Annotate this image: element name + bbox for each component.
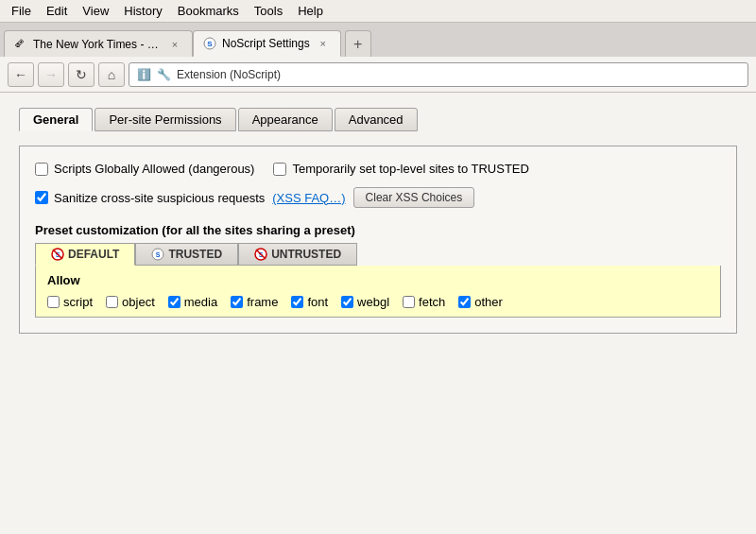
preset-tab-trusted-label: TRUSTED	[168, 248, 222, 261]
default-icon: S	[51, 248, 64, 261]
allow-title: Allow	[47, 273, 709, 287]
tab-nytimes-title: The New York Times - B…	[33, 38, 162, 51]
allow-other-checkbox[interactable]	[458, 296, 471, 308]
tab-appearance[interactable]: Appearance	[238, 108, 333, 131]
address-bar[interactable]: ℹ️ 🔧 Extension (NoScript)	[129, 62, 748, 87]
tab-noscript-title: NoScript Settings	[222, 37, 310, 50]
allow-object-label: object	[122, 295, 155, 309]
address-extension-icon: 🔧	[157, 68, 171, 81]
preset-tab-untrusted[interactable]: S UNTRUSTED	[238, 243, 357, 266]
tab-per-site[interactable]: Per-site Permissions	[94, 108, 235, 131]
preset-tabs: S DEFAULT S	[35, 243, 721, 266]
menu-edit[interactable]: Edit	[39, 2, 75, 20]
temporarily-trusted-text: Temporarily set top-level sites to TRUST…	[292, 162, 528, 176]
sanitize-text: Sanitize cross-site suspicious requests	[54, 191, 265, 205]
temporarily-trusted-label[interactable]: Temporarily set top-level sites to TRUST…	[273, 162, 528, 176]
tab-nytimes-close[interactable]: ×	[167, 37, 182, 52]
preset-tab-default-label: DEFAULT	[68, 248, 119, 261]
reload-button[interactable]: ↻	[68, 62, 94, 87]
address-lock-icon: ℹ️	[137, 68, 151, 81]
menu-help[interactable]: Help	[290, 2, 331, 20]
allow-media-label: media	[184, 295, 217, 309]
allow-script[interactable]: script	[47, 295, 93, 309]
temporarily-trusted-checkbox[interactable]	[273, 163, 286, 176]
menu-tools[interactable]: Tools	[247, 2, 290, 20]
back-button[interactable]: ←	[8, 62, 34, 87]
preset-title: Preset customization (for all the sites …	[35, 223, 721, 237]
content-area: General Per-site Permissions Appearance …	[0, 93, 756, 534]
forward-button[interactable]: →	[38, 62, 64, 87]
trusted-icon: S	[151, 248, 164, 261]
allow-other-label: other	[474, 295, 503, 309]
allow-script-checkbox[interactable]	[47, 296, 60, 308]
clear-xss-button[interactable]: Clear XSS Choices	[353, 187, 475, 208]
tab-noscript[interactable]: S NoScript Settings ×	[193, 30, 341, 57]
allow-other[interactable]: other	[458, 295, 503, 309]
allow-section: Allow script object media	[35, 266, 721, 318]
allow-media-checkbox[interactable]	[168, 296, 180, 308]
preset-tab-trusted[interactable]: S TRUSTED	[135, 243, 238, 266]
allow-font-label: font	[307, 295, 328, 309]
allow-frame-checkbox[interactable]	[231, 296, 243, 308]
untrusted-icon: S	[254, 248, 267, 261]
nav-bar: ← → ↻ ⌂ ℹ️ 🔧 Extension (NoScript)	[0, 57, 756, 93]
settings-content: Scripts Globally Allowed (dangerous) Tem…	[19, 146, 737, 334]
menu-view[interactable]: View	[75, 2, 116, 20]
tab-nytimes[interactable]: 🗞 The New York Times - B… ×	[4, 30, 193, 57]
sanitize-label[interactable]: Sanitize cross-site suspicious requests	[35, 191, 265, 205]
address-text: Extension (NoScript)	[177, 68, 281, 81]
allow-fetch-checkbox[interactable]	[403, 296, 415, 308]
settings-tabs: General Per-site Permissions Appearance …	[19, 108, 737, 131]
allow-object-checkbox[interactable]	[106, 296, 118, 308]
allow-fetch-label: fetch	[419, 295, 445, 309]
home-button[interactable]: ⌂	[98, 62, 125, 87]
tab-noscript-favicon: S	[203, 37, 216, 50]
preset-tab-default[interactable]: S DEFAULT	[35, 243, 135, 266]
scripts-row: Scripts Globally Allowed (dangerous) Tem…	[35, 162, 721, 176]
svg-text:S: S	[207, 40, 213, 48]
allow-items: script object media frame	[47, 295, 709, 309]
preset-section: Preset customization (for all the sites …	[35, 223, 721, 318]
xss-faq-link[interactable]: (XSS FAQ…)	[272, 191, 345, 205]
sanitize-checkbox[interactable]	[35, 191, 48, 204]
allow-font[interactable]: font	[291, 295, 328, 309]
tab-bar: 🗞 The New York Times - B… × S NoScript S…	[0, 23, 756, 57]
allow-webgl-label: webgl	[357, 295, 389, 309]
svg-text:S: S	[156, 251, 161, 258]
settings-page: General Per-site Permissions Appearance …	[0, 93, 756, 349]
scripts-globally-label[interactable]: Scripts Globally Allowed (dangerous)	[35, 162, 254, 176]
allow-fetch[interactable]: fetch	[403, 295, 445, 309]
allow-object[interactable]: object	[106, 295, 155, 309]
menu-file[interactable]: File	[4, 2, 39, 20]
allow-media[interactable]: media	[168, 295, 217, 309]
tab-nytimes-favicon: 🗞	[14, 38, 27, 51]
allow-font-checkbox[interactable]	[291, 296, 303, 308]
tab-advanced[interactable]: Advanced	[335, 108, 418, 131]
xss-row: Sanitize cross-site suspicious requests …	[35, 187, 721, 208]
allow-webgl[interactable]: webgl	[341, 295, 389, 309]
menu-bar: File Edit View History Bookmarks Tools H…	[0, 0, 756, 23]
allow-frame-label: frame	[247, 295, 278, 309]
preset-tab-untrusted-label: UNTRUSTED	[271, 248, 341, 261]
tab-general[interactable]: General	[19, 108, 93, 131]
tab-noscript-close[interactable]: ×	[316, 36, 331, 51]
allow-webgl-checkbox[interactable]	[341, 296, 353, 308]
scripts-globally-text: Scripts Globally Allowed (dangerous)	[54, 162, 254, 176]
menu-bookmarks[interactable]: Bookmarks	[170, 2, 247, 20]
scripts-globally-checkbox[interactable]	[35, 163, 48, 176]
menu-history[interactable]: History	[116, 2, 169, 20]
allow-frame[interactable]: frame	[231, 295, 278, 309]
new-tab-button[interactable]: +	[345, 30, 371, 57]
allow-script-label: script	[63, 295, 93, 309]
